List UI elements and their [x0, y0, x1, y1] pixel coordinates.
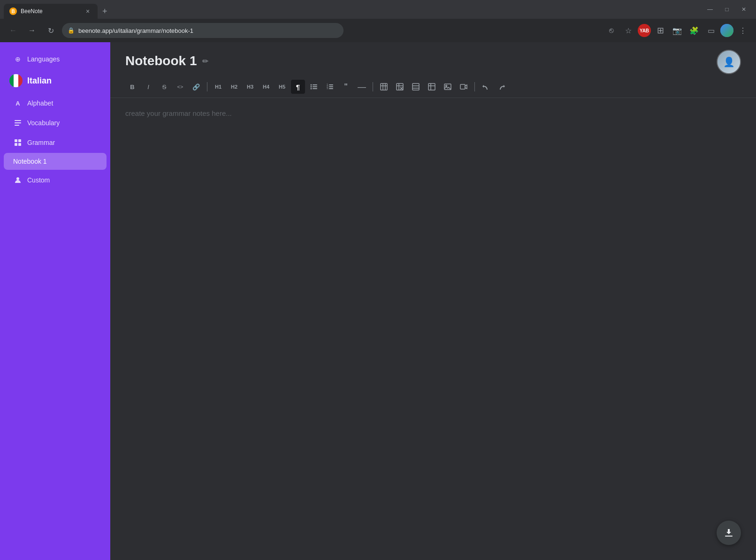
sidebar-item-alphabet[interactable]: A Alphabet: [4, 94, 107, 113]
svg-rect-29: [412, 83, 419, 90]
table-button[interactable]: [377, 80, 391, 94]
svg-rect-19: [329, 88, 333, 89]
sidebar-item-grammar[interactable]: Grammar: [4, 133, 107, 152]
vocabulary-label: Vocabulary: [27, 119, 60, 127]
svg-rect-17: [329, 86, 333, 87]
extensions-icon[interactable]: 🧩: [687, 23, 702, 38]
extension-puzzle-icon[interactable]: ⊞: [653, 23, 668, 38]
blockquote-button[interactable]: ": [339, 80, 353, 94]
merge-cells-button[interactable]: [409, 80, 423, 94]
undo-button[interactable]: [479, 80, 493, 94]
paragraph-button[interactable]: ¶: [291, 80, 305, 94]
notebook-label: Notebook 1: [13, 158, 47, 165]
formatting-toolbar: B I S <> 🔗 H1 H2 H3 H4 H5 ¶: [110, 76, 756, 98]
svg-point-12: [311, 88, 312, 90]
profile-avatar: [720, 24, 733, 37]
sidebar-item-languages[interactable]: ⊕ Languages: [4, 50, 107, 68]
back-button[interactable]: ←: [6, 23, 21, 38]
svg-rect-4: [18, 139, 21, 142]
custom-label: Custom: [27, 176, 50, 184]
svg-point-7: [16, 177, 19, 180]
tab-title: BeeNote: [21, 8, 80, 15]
notebook-header: Notebook 1 ✏: [110, 42, 756, 76]
svg-point-10: [311, 86, 312, 88]
nav-right-controls: ⎋ ☆ YAB ⊞ 📷 🧩 ▭ ⋮: [604, 23, 750, 38]
share-icon[interactable]: ⎋: [604, 23, 619, 38]
h3-button[interactable]: H3: [243, 80, 257, 94]
split-cells-button[interactable]: [425, 80, 439, 94]
editor-area[interactable]: create your grammar notes here...: [110, 98, 756, 560]
window-controls: — □ ✕: [703, 4, 750, 15]
svg-rect-38: [725, 536, 733, 537]
download-button[interactable]: [717, 521, 741, 545]
yab-extension-icon[interactable]: YAB: [638, 24, 651, 37]
bullet-list-button[interactable]: [307, 80, 321, 94]
main-content: 👤 Notebook 1 ✏ B I S <> 🔗 H1 H2 H3: [110, 42, 756, 560]
languages-label: Languages: [27, 55, 60, 63]
italian-flag-icon: [9, 74, 23, 87]
italic-button[interactable]: I: [141, 80, 155, 94]
svg-rect-6: [18, 143, 21, 146]
active-tab[interactable]: B BeeNote ×: [4, 4, 98, 19]
browser-profile[interactable]: [720, 24, 733, 37]
vocabulary-icon: [13, 118, 23, 128]
edit-title-icon[interactable]: ✏: [202, 57, 208, 66]
new-tab-button[interactable]: +: [99, 4, 111, 19]
h1-button[interactable]: H1: [211, 80, 225, 94]
ordered-list-button[interactable]: 1. 2. 3.: [323, 80, 337, 94]
h4-button[interactable]: H4: [259, 80, 273, 94]
svg-rect-5: [15, 143, 17, 146]
alphabet-label: Alphabet: [27, 99, 53, 107]
video-button[interactable]: [457, 80, 471, 94]
h5-button[interactable]: H5: [275, 80, 289, 94]
minimize-button[interactable]: —: [703, 4, 717, 15]
svg-rect-15: [329, 84, 333, 85]
custom-icon: [13, 175, 23, 185]
grammar-icon: [13, 138, 23, 147]
bold-button[interactable]: B: [125, 80, 139, 94]
sidebar-item-custom[interactable]: Custom: [4, 171, 107, 189]
sidebar-item-vocabulary[interactable]: Vocabulary: [4, 114, 107, 132]
h2-button[interactable]: H2: [227, 80, 241, 94]
code-button[interactable]: <>: [173, 80, 187, 94]
notebook-title: Notebook 1: [125, 53, 197, 68]
svg-rect-20: [381, 83, 387, 90]
address-text: beenote.app/u/italian/grammar/notebook-1: [78, 27, 338, 34]
lock-icon: 🔒: [68, 27, 75, 34]
sidebar-item-italian[interactable]: Italian: [0, 69, 110, 92]
sidebar-toggle-icon[interactable]: ▭: [703, 23, 718, 38]
sidebar: ⊕ Languages Italian A Alphabet: [0, 42, 110, 560]
svg-rect-3: [15, 139, 17, 142]
more-options-icon[interactable]: ⋮: [735, 23, 750, 38]
address-bar[interactable]: 🔒 beenote.app/u/italian/grammar/notebook…: [62, 23, 344, 38]
divider-button[interactable]: —: [355, 80, 369, 94]
maximize-button[interactable]: □: [720, 4, 733, 15]
editor-placeholder: create your grammar notes here...: [125, 109, 232, 117]
svg-rect-13: [313, 88, 317, 89]
toolbar-separator-2: [373, 82, 373, 91]
sidebar-item-notebook1[interactable]: Notebook 1: [4, 153, 107, 170]
svg-rect-32: [428, 83, 435, 90]
link-button[interactable]: 🔗: [189, 80, 203, 94]
svg-rect-1: [15, 122, 21, 123]
reload-button[interactable]: ↻: [43, 23, 58, 38]
user-avatar[interactable]: 👤: [717, 50, 741, 74]
alphabet-icon: A: [13, 98, 23, 108]
svg-rect-9: [313, 84, 317, 85]
strikethrough-button[interactable]: S: [157, 80, 171, 94]
forward-button[interactable]: →: [24, 23, 39, 38]
delete-table-button[interactable]: [393, 80, 407, 94]
camera-icon[interactable]: 📷: [670, 23, 685, 38]
svg-point-8: [311, 84, 312, 86]
toolbar-separator-3: [474, 82, 475, 91]
svg-rect-11: [313, 86, 317, 87]
bookmark-icon[interactable]: ☆: [621, 23, 636, 38]
close-window-button[interactable]: ✕: [737, 4, 750, 15]
grammar-label: Grammar: [27, 139, 55, 146]
svg-rect-37: [460, 84, 465, 89]
tab-close-button[interactable]: ×: [84, 7, 92, 15]
languages-icon: ⊕: [13, 54, 23, 64]
navigation-bar: ← → ↻ 🔒 beenote.app/u/italian/grammar/no…: [0, 19, 756, 42]
image-button[interactable]: [441, 80, 455, 94]
redo-button[interactable]: [495, 80, 509, 94]
